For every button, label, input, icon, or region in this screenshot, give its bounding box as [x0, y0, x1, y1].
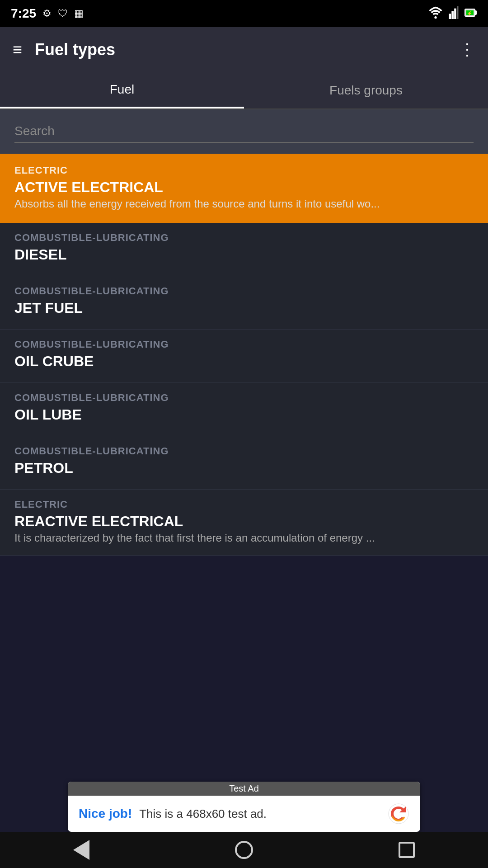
list-item[interactable]: COMBUSTIBLE-LUBRICATING DIESEL — [0, 223, 488, 276]
ad-label: Test Ad — [68, 782, 420, 796]
hamburger-icon[interactable]: ≡ — [13, 40, 22, 59]
recents-icon — [399, 842, 415, 858]
app-bar: ≡ Fuel types ⋮ — [0, 27, 488, 72]
svg-rect-2 — [451, 11, 454, 19]
svg-rect-4 — [457, 6, 459, 19]
clipboard-icon: ▦ — [74, 8, 84, 19]
list-item[interactable]: ELECTRIC ACTIVE ELECTRICAL Absorbs all t… — [0, 154, 488, 223]
status-bar: 7:25 ⚙ 🛡 ▦ ⚡ — [0, 0, 488, 27]
status-right-icons: ⚡ — [428, 6, 477, 21]
fuel-name: ACTIVE ELECTRICAL — [14, 179, 474, 196]
fuel-name: PETROL — [14, 460, 474, 476]
home-button[interactable] — [226, 832, 262, 868]
ad-text: This is a 468x60 test ad. — [139, 807, 380, 821]
recents-button[interactable] — [389, 832, 425, 868]
more-options-icon[interactable]: ⋮ — [459, 40, 475, 59]
fuel-description: It is characterized by the fact that fir… — [14, 532, 474, 544]
fuel-category: COMBUSTIBLE-LUBRICATING — [14, 232, 474, 244]
svg-text:⚡: ⚡ — [467, 10, 473, 16]
signal-icon — [448, 6, 459, 21]
svg-rect-1 — [449, 14, 451, 19]
battery-icon: ⚡ — [465, 6, 477, 21]
status-left: 7:25 ⚙ 🛡 ▦ — [11, 6, 84, 21]
ad-banner[interactable]: Test Ad Nice job! This is a 468x60 test … — [68, 782, 420, 832]
fuel-name: DIESEL — [14, 246, 474, 263]
fuel-name: OIL CRUBE — [14, 353, 474, 370]
settings-icon: ⚙ — [42, 8, 52, 19]
tab-fuels-groups[interactable]: Fuels groups — [244, 72, 488, 108]
fuel-category: COMBUSTIBLE-LUBRICATING — [14, 285, 474, 297]
list-item[interactable]: ELECTRIC REACTIVE ELECTRICAL It is chara… — [0, 490, 488, 556]
tab-fuel[interactable]: Fuel — [0, 72, 244, 108]
list-item[interactable]: COMBUSTIBLE-LUBRICATING OIL LUBE — [0, 383, 488, 436]
list-item[interactable]: COMBUSTIBLE-LUBRICATING OIL CRUBE — [0, 330, 488, 383]
fuel-list: ELECTRIC ACTIVE ELECTRICAL Absorbs all t… — [0, 154, 488, 556]
back-button[interactable] — [63, 832, 99, 868]
list-item[interactable]: COMBUSTIBLE-LUBRICATING JET FUEL — [0, 276, 488, 330]
ad-content: Nice job! This is a 468x60 test ad. — [68, 796, 420, 832]
fuel-name: OIL LUBE — [14, 406, 474, 423]
svg-point-0 — [434, 16, 436, 19]
wifi-icon — [428, 6, 443, 21]
fuel-name: JET FUEL — [14, 300, 474, 316]
ad-nicejob: Nice job! — [79, 807, 132, 821]
status-time: 7:25 — [11, 6, 36, 21]
fuel-name: REACTIVE ELECTRICAL — [14, 513, 474, 530]
svg-rect-6 — [475, 11, 476, 14]
app-title: Fuel types — [35, 40, 446, 59]
back-icon — [73, 840, 89, 860]
list-item[interactable]: COMBUSTIBLE-LUBRICATING PETROL — [0, 436, 488, 490]
ad-logo-icon — [388, 803, 409, 825]
tabs-container: Fuel Fuels groups — [0, 72, 488, 109]
fuel-category: ELECTRIC — [14, 499, 474, 510]
home-icon — [235, 841, 253, 859]
fuel-category: COMBUSTIBLE-LUBRICATING — [14, 392, 474, 404]
search-input[interactable] — [14, 120, 474, 143]
bottom-nav — [0, 832, 488, 868]
fuel-category: COMBUSTIBLE-LUBRICATING — [14, 445, 474, 457]
search-container — [0, 109, 488, 154]
svg-rect-3 — [454, 9, 456, 19]
fuel-category: COMBUSTIBLE-LUBRICATING — [14, 339, 474, 350]
shield-icon: 🛡 — [58, 8, 68, 19]
fuel-category: ELECTRIC — [14, 165, 474, 176]
fuel-description: Absorbs all the energy received from the… — [14, 198, 474, 210]
